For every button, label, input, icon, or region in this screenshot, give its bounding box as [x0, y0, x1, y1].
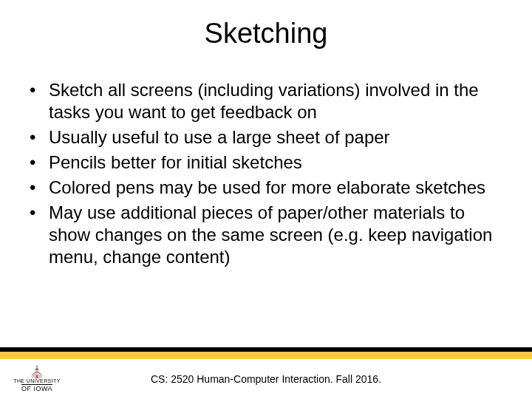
bullet-item: Pencils better for initial sketches: [24, 151, 508, 174]
body-area: Sketch all screens (including variations…: [0, 50, 532, 347]
bullet-item: May use additional pieces of paper/other…: [24, 202, 508, 268]
slide-title: Sketching: [0, 18, 532, 50]
footer-course-text: CS: 2520 Human-Computer Interaction. Fal…: [61, 373, 519, 385]
footer: ⛪ THE UNIVERSITY OF IOWA CS: 2520 Human-…: [0, 359, 532, 399]
bullet-item: Usually useful to use a large sheet of p…: [24, 126, 508, 149]
gold-bar: [0, 352, 532, 359]
slide: Sketching Sketch all screens (including …: [0, 0, 532, 399]
dome-icon: ⛪: [30, 366, 44, 378]
logo-text-bottom: OF IOWA: [21, 384, 52, 392]
university-logo: ⛪ THE UNIVERSITY OF IOWA: [13, 366, 61, 392]
bullet-item: Sketch all screens (including variations…: [24, 79, 508, 123]
bullet-item: Colored pens may be used for more elabor…: [24, 177, 508, 199]
footer-divider: [0, 347, 532, 359]
title-area: Sketching: [0, 0, 532, 50]
bullet-list: Sketch all screens (including variations…: [24, 79, 508, 268]
logo-text-top: THE UNIVERSITY: [13, 378, 61, 383]
